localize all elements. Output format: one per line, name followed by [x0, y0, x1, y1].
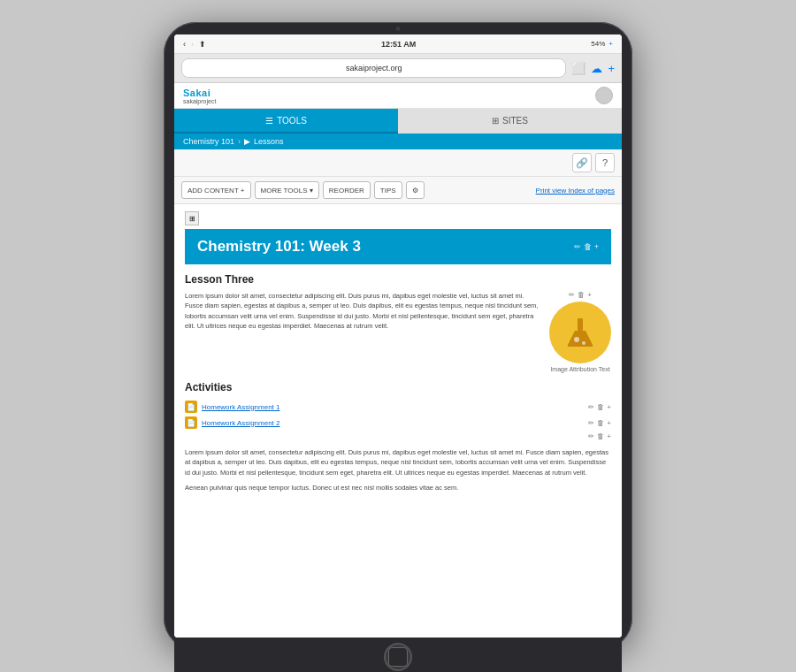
content-area: 🔗 ? ADD CONTENT + MORE TOOLS ▾ REORDER T…: [174, 149, 622, 638]
activity-link-2[interactable]: Homework Assignment 2: [202, 419, 584, 427]
home-button[interactable]: [384, 643, 412, 671]
lesson-body: Lorem ipsum dolor sit amet, consectetur …: [185, 291, 611, 372]
extra-add-icon[interactable]: +: [607, 432, 611, 440]
camera: [396, 27, 401, 31]
status-right: 54% +: [591, 40, 613, 48]
image-caption: Image Attribution Text: [550, 366, 609, 372]
address-bar[interactable]: sakaiproject.org: [181, 58, 566, 78]
page-icon: ⊞: [185, 211, 199, 225]
breadcrumb-icon: ▶: [244, 137, 250, 146]
extra-edit-icon[interactable]: ✏: [588, 432, 594, 440]
breadcrumb: Chemistry 101 › ▶ Lessons: [174, 134, 622, 149]
edit-add-icon[interactable]: +: [594, 242, 599, 251]
activity-1-edit-icons: ✏ 🗑 +: [588, 403, 611, 411]
activity-link-1[interactable]: Homework Assignment 1: [202, 403, 584, 411]
flask-image: [549, 302, 611, 363]
act1-edit-icon[interactable]: ✏: [588, 403, 594, 411]
activity-icon-2: 📄: [185, 416, 197, 429]
act2-trash-icon[interactable]: 🗑: [597, 419, 604, 427]
add-content-button[interactable]: ADD CONTENT +: [181, 181, 251, 199]
home-button-area: [174, 638, 622, 672]
top-actions: 🔗 ?: [174, 149, 622, 177]
url-text: sakaiproject.org: [346, 64, 402, 73]
lesson-title-block: Chemistry 101: Week 3 ✏ 🗑 +: [185, 229, 611, 264]
tablet-screen: ‹ › ⬆ 12:51 AM 54% + sakaiproject.org ⬜ …: [174, 34, 622, 638]
tab-sites[interactable]: ⊞ SITES: [398, 109, 622, 134]
img-trash-icon[interactable]: 🗑: [578, 291, 585, 299]
svg-point-1: [574, 337, 579, 342]
user-avatar[interactable]: [595, 87, 613, 104]
share-icon[interactable]: ⬆: [199, 40, 206, 49]
activity-item-1: 📄 Homework Assignment 1 ✏ 🗑 +: [185, 399, 611, 415]
status-bar: ‹ › ⬆ 12:51 AM 54% +: [174, 34, 622, 54]
activities-heading: Activities: [185, 381, 611, 393]
lesson-title: Chemistry 101: Week 3: [197, 238, 361, 256]
cloud-icon[interactable]: ☁: [591, 62, 602, 75]
body-text-2: Lorem ipsum dolor sit amet, consectetur …: [185, 447, 611, 477]
reorder-button[interactable]: REORDER: [323, 181, 371, 199]
act2-add-icon[interactable]: +: [607, 419, 611, 427]
breadcrumb-separator: ›: [238, 137, 241, 146]
act2-edit-icon[interactable]: ✏: [588, 419, 594, 427]
link-icon-btn[interactable]: 🔗: [572, 153, 592, 172]
activities-section: Activities 📄 Homework Assignment 1 ✏ 🗑 +…: [185, 381, 611, 440]
tab-tools[interactable]: ☰ TOOLS: [174, 109, 398, 134]
tablet-device: ‹ › ⬆ 12:51 AM 54% + sakaiproject.org ⬜ …: [164, 22, 632, 650]
svg-rect-0: [578, 318, 583, 331]
new-tab-icon[interactable]: +: [608, 62, 615, 75]
print-link[interactable]: Print view Index of pages: [536, 187, 615, 195]
lesson-body-text: Lorem ipsum dolor sit amet, consectetur …: [185, 291, 540, 372]
body-text-3: Aenean pulvinar quis neque tempor luctus…: [185, 483, 611, 493]
page-content: ⊞ Chemistry 101: Week 3 ✏ 🗑 + Lesson Thr…: [174, 204, 622, 638]
tips-button[interactable]: TIPS: [374, 181, 402, 199]
flask-svg: [563, 315, 598, 350]
back-arrow[interactable]: ‹: [183, 40, 186, 49]
tab-sites-label: SITES: [502, 116, 528, 126]
breadcrumb-current: Lessons: [254, 137, 284, 146]
tools-icon: ☰: [265, 116, 273, 126]
sites-icon: ⊞: [492, 116, 499, 126]
tab-tools-label: TOOLS: [277, 116, 307, 126]
lesson-section-heading: Lesson Three: [185, 273, 611, 286]
status-time: 12:51 AM: [381, 40, 416, 49]
act1-trash-icon[interactable]: 🗑: [597, 403, 604, 411]
img-add-icon[interactable]: +: [587, 291, 592, 299]
tab-icon[interactable]: ⬜: [571, 62, 586, 75]
home-button-inner: [388, 647, 408, 667]
battery-text: 54%: [591, 40, 605, 48]
forward-arrow[interactable]: ›: [191, 40, 194, 49]
content-toolbar: ADD CONTENT + MORE TOOLS ▾ REORDER TIPS …: [174, 177, 622, 204]
sakai-sub: sakaiproject: [183, 98, 216, 104]
activity-item-2: 📄 Homework Assignment 2 ✏ 🗑 +: [185, 415, 611, 431]
browser-chrome: sakaiproject.org ⬜ ☁ +: [174, 54, 622, 83]
tab-bar: ☰ TOOLS ⊞ SITES: [174, 109, 622, 134]
edit-trash-icon[interactable]: 🗑: [584, 242, 592, 251]
page-icon-row: ⊞: [185, 211, 611, 225]
lesson-image-block: ✏ 🗑 +: [549, 291, 611, 372]
title-edit-icons: ✏ 🗑 +: [574, 242, 599, 251]
extra-trash-icon[interactable]: 🗑: [597, 432, 604, 440]
sakai-logo: Sakai: [183, 88, 216, 98]
help-icon-btn[interactable]: ?: [595, 153, 615, 172]
extra-edit-row: ✏ 🗑 +: [185, 432, 611, 440]
edit-pencil-icon[interactable]: ✏: [574, 242, 581, 251]
image-edit-row: ✏ 🗑 +: [569, 291, 592, 299]
activity-icon-1: 📄: [185, 401, 197, 413]
settings-button[interactable]: ⚙: [406, 181, 425, 199]
status-left: ‹ › ⬆: [183, 40, 206, 49]
svg-point-2: [582, 341, 586, 345]
sakai-header: Sakai sakaiproject: [174, 83, 622, 109]
activity-2-edit-icons: ✏ 🗑 +: [588, 419, 611, 427]
img-edit-icon[interactable]: ✏: [569, 291, 575, 299]
add-tab-icon[interactable]: +: [608, 40, 613, 48]
sakai-logo-block: Sakai sakaiproject: [183, 88, 216, 104]
more-tools-button[interactable]: MORE TOOLS ▾: [255, 181, 319, 199]
breadcrumb-parent[interactable]: Chemistry 101: [183, 137, 234, 146]
act1-add-icon[interactable]: +: [607, 403, 611, 411]
